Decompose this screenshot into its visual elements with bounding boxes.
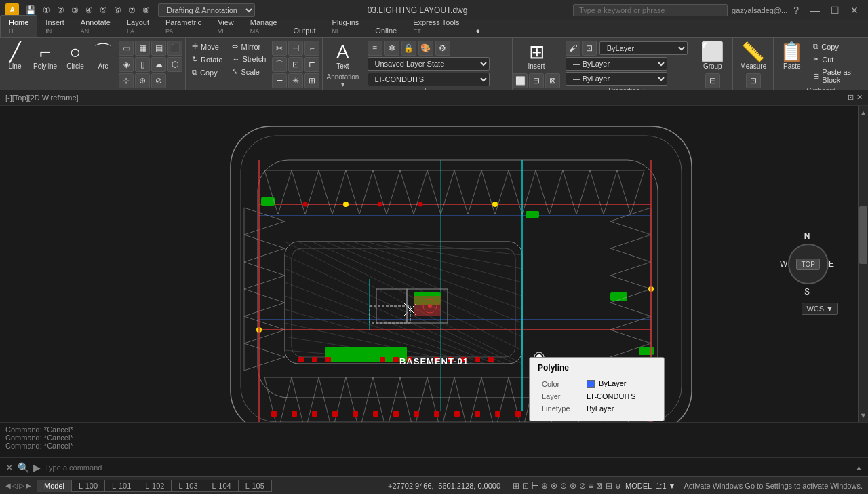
offset-btn[interactable]: ⊡ — [288, 57, 303, 72]
layer-more-btn[interactable]: ⚙ — [435, 41, 450, 56]
tab-l100[interactable]: L-100 — [72, 480, 105, 492]
tab-prev2-btn[interactable]: ◁ — [12, 482, 18, 489]
layer-lock-btn[interactable]: 🔒 — [401, 41, 416, 56]
circle-btn[interactable]: ○ Circle — [63, 41, 87, 72]
tab-view[interactable]: ViewVI — [210, 16, 242, 37]
break-btn[interactable]: ⊏ — [304, 57, 319, 72]
linetype-dropdown[interactable]: — ByLayer — [566, 57, 667, 71]
lw-btn[interactable]: ≡ — [589, 481, 593, 491]
view-maximize-btn[interactable]: ⊡ — [848, 93, 854, 102]
ducs-btn[interactable]: ⊛ — [570, 481, 576, 491]
save-quick-btn[interactable]: 💾 — [23, 4, 39, 16]
osnap-btn[interactable]: ⊗ — [551, 481, 557, 491]
explode-btn[interactable]: ✳ — [288, 73, 303, 88]
tab-annotate[interactable]: AnnotateAN — [73, 16, 119, 37]
vertical-scrollbar[interactable]: ▲ ▼ — [858, 106, 868, 422]
tab-l103[interactable]: L-103 — [172, 480, 205, 492]
layer-color-btn[interactable]: 🎨 — [418, 41, 433, 56]
tab-model[interactable]: Model — [37, 480, 72, 492]
workspace-selector[interactable]: Drafting & Annotation — [158, 3, 255, 17]
extend-btn[interactable]: ⊣ — [288, 41, 303, 56]
layer-dropdown[interactable]: LT-CONDUITS — [368, 73, 490, 86]
tab-express[interactable]: Express ToolsET — [405, 16, 467, 37]
fillet-btn[interactable]: ⌐ — [304, 41, 319, 56]
tab-parametric[interactable]: ParametricPA — [157, 16, 210, 37]
rectangle-btn[interactable]: ▭ — [119, 41, 134, 56]
line-btn[interactable]: ╱ Line — [3, 41, 27, 72]
tab-l102[interactable]: L-102 — [138, 480, 172, 492]
qa3-btn[interactable]: ③ — [68, 4, 81, 16]
revcloud-btn[interactable]: ☁ — [151, 57, 166, 72]
cmd-search-btn[interactable]: 🔍 — [18, 462, 29, 473]
layer-state-dropdown[interactable]: Unsaved Layer State — [368, 57, 490, 71]
prop-extra-btn[interactable]: ⊡ — [582, 41, 597, 56]
group-btn[interactable]: ⬜ Group — [697, 41, 728, 72]
compass-top-btn[interactable]: TOP — [796, 259, 819, 270]
gradient-btn[interactable]: ▤ — [151, 41, 166, 56]
cmd-arrow-btn[interactable]: ▶ — [33, 462, 41, 473]
mirror-btn[interactable]: ⇔ Mirror — [229, 41, 269, 52]
move-btn[interactable]: ✛ Move — [189, 41, 226, 52]
scale-btn[interactable]: ⤡ Scale — [229, 66, 269, 77]
tab-next-btn[interactable]: ▶ — [26, 482, 31, 489]
block-extra2[interactable]: ⊟ — [529, 73, 544, 88]
help-icon[interactable]: ? — [793, 5, 799, 16]
dyn-btn[interactable]: ⊘ — [579, 481, 586, 491]
qa5-btn[interactable]: ⑤ — [97, 4, 110, 16]
minimize-btn[interactable]: — — [806, 5, 824, 16]
tab-next2-btn[interactable]: ▷ — [19, 482, 24, 489]
lineweight-dropdown[interactable]: — ByLayer — [566, 72, 667, 86]
trim-btn[interactable]: ✂ — [272, 41, 287, 56]
tab-l104[interactable]: L-104 — [205, 480, 239, 492]
layer-properties-btn[interactable]: ≡ — [368, 41, 382, 56]
wcs-indicator[interactable]: WCS ▼ — [802, 303, 838, 315]
view-close-btn[interactable]: ✕ — [856, 93, 863, 102]
utility-extra-btn[interactable]: ⊡ — [746, 73, 761, 88]
paste-btn[interactable]: 📋 Paste — [776, 41, 807, 72]
rotate-btn[interactable]: ↻ Rotate — [189, 54, 226, 65]
arc-btn[interactable]: ⌒ Arc — [90, 41, 116, 72]
scroll-down-btn[interactable]: ▼ — [859, 408, 868, 422]
snap-btn[interactable]: ⊞ — [513, 481, 519, 491]
boundary-btn[interactable]: ⬛ — [167, 41, 182, 56]
sc-btn[interactable]: ⊎ — [615, 481, 621, 491]
measure-btn[interactable]: 📏 Measure — [736, 41, 770, 72]
qa4-btn[interactable]: ④ — [83, 4, 96, 16]
model-status[interactable]: MODEL — [625, 482, 652, 490]
array-btn[interactable]: ⊞ — [304, 73, 319, 88]
insert-btn[interactable]: ⊞ Insert — [524, 41, 549, 72]
color-dropdown[interactable]: ByLayer — [599, 41, 688, 55]
qa8-btn[interactable]: ⑧ — [140, 4, 153, 16]
qa7-btn[interactable]: ⑦ — [125, 4, 138, 16]
qa6-btn[interactable]: ⑥ — [111, 4, 124, 16]
pasteasblock-btn[interactable]: ⊞ Paste as Block — [810, 66, 865, 86]
3dtools-btn[interactable]: ⬡ — [167, 57, 182, 72]
cmd-scroll-btn[interactable]: ▲ — [855, 463, 863, 472]
maximize-btn[interactable]: ☐ — [827, 5, 844, 16]
match-prop-btn[interactable]: 🖌 — [566, 41, 580, 56]
layer-freeze-btn[interactable]: ❄ — [384, 41, 399, 56]
cmd-input[interactable] — [45, 463, 855, 472]
qa2-btn[interactable]: ② — [54, 4, 67, 16]
copy-btn[interactable]: ⧉ Copy — [189, 66, 226, 78]
tab-home[interactable]: HomeH — [0, 15, 37, 37]
tp-btn[interactable]: ⊠ — [596, 481, 603, 491]
block-extra1[interactable]: ⬜ — [513, 73, 528, 88]
tab-layout[interactable]: LayoutLA — [119, 16, 157, 37]
tab-l101[interactable]: L-101 — [105, 480, 138, 492]
scroll-up-btn[interactable]: ▲ — [859, 106, 868, 119]
undo-quick-btn[interactable]: ① — [40, 4, 53, 16]
drawing-area[interactable]: BASEMENT-01 Polyline Color ByLayer Layer… — [0, 106, 868, 422]
tab-l105[interactable]: L-105 — [239, 480, 272, 492]
draw-extra3-btn[interactable]: ⊘ — [151, 73, 166, 88]
user-account[interactable]: gazyalsadeg@... — [732, 6, 787, 14]
stretch-btn[interactable]: ↔ Stretch — [229, 54, 269, 64]
region-btn[interactable]: ◈ — [119, 57, 134, 72]
scale-status[interactable]: 1:1 ▼ — [656, 482, 675, 490]
join-btn[interactable]: ⊢ — [272, 73, 287, 88]
otrack-btn[interactable]: ⊙ — [560, 481, 567, 491]
cut-btn[interactable]: ✂ Cut — [810, 54, 865, 65]
copy-clip-btn[interactable]: ⧉ Copy — [810, 41, 865, 52]
tab-insert[interactable]: InsertIN — [37, 16, 73, 37]
annotation-group-label[interactable]: Annotation ▾ — [326, 73, 359, 88]
